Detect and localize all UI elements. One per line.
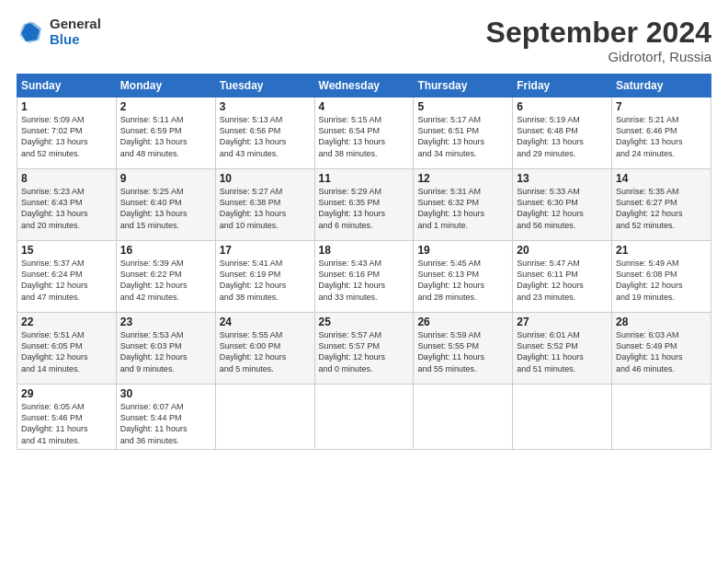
- day-number: 16: [120, 244, 211, 257]
- day-info: Sunrise: 5:09 AM Sunset: 7:02 PM Dayligh…: [21, 114, 112, 159]
- calendar-cell: 20Sunrise: 5:47 AM Sunset: 6:11 PM Dayli…: [513, 241, 612, 313]
- day-info: Sunrise: 5:37 AM Sunset: 6:24 PM Dayligh…: [21, 258, 112, 303]
- calendar-cell: 9Sunrise: 5:25 AM Sunset: 6:40 PM Daylig…: [116, 169, 215, 241]
- day-number: 30: [120, 387, 211, 400]
- day-info: Sunrise: 5:53 AM Sunset: 6:03 PM Dayligh…: [120, 329, 211, 374]
- page-header: General Blue September 2024 Gidrotorf, R…: [17, 17, 711, 64]
- day-info: Sunrise: 5:25 AM Sunset: 6:40 PM Dayligh…: [120, 186, 211, 231]
- day-info: Sunrise: 6:05 AM Sunset: 5:46 PM Dayligh…: [21, 401, 112, 446]
- weekday-header: Monday: [116, 75, 215, 98]
- calendar-cell: 6Sunrise: 5:19 AM Sunset: 6:48 PM Daylig…: [513, 98, 612, 169]
- day-info: Sunrise: 6:07 AM Sunset: 5:44 PM Dayligh…: [120, 401, 211, 446]
- day-number: 22: [21, 316, 112, 328]
- calendar-cell: 2Sunrise: 5:11 AM Sunset: 6:59 PM Daylig…: [116, 98, 215, 169]
- weekday-header: Thursday: [414, 75, 513, 98]
- calendar-cell: 27Sunrise: 6:01 AM Sunset: 5:52 PM Dayli…: [513, 313, 612, 385]
- day-info: Sunrise: 5:21 AM Sunset: 6:46 PM Dayligh…: [616, 114, 707, 159]
- day-info: Sunrise: 5:13 AM Sunset: 6:56 PM Dayligh…: [220, 114, 311, 159]
- day-number: 10: [220, 172, 311, 185]
- day-number: 9: [120, 172, 211, 185]
- day-info: Sunrise: 5:35 AM Sunset: 6:27 PM Dayligh…: [616, 186, 707, 231]
- calendar-cell: 30Sunrise: 6:07 AM Sunset: 5:44 PM Dayli…: [116, 385, 215, 450]
- day-info: Sunrise: 5:19 AM Sunset: 6:48 PM Dayligh…: [517, 114, 608, 159]
- calendar-cell: 23Sunrise: 5:53 AM Sunset: 6:03 PM Dayli…: [116, 313, 215, 385]
- day-info: Sunrise: 5:45 AM Sunset: 6:13 PM Dayligh…: [417, 258, 508, 303]
- day-number: 18: [319, 244, 410, 257]
- day-info: Sunrise: 5:23 AM Sunset: 6:43 PM Dayligh…: [21, 186, 112, 231]
- day-number: 24: [220, 316, 311, 328]
- day-info: Sunrise: 5:47 AM Sunset: 6:11 PM Dayligh…: [517, 258, 608, 303]
- calendar-cell: 12Sunrise: 5:31 AM Sunset: 6:32 PM Dayli…: [414, 169, 513, 241]
- weekday-header: Wednesday: [314, 75, 414, 98]
- calendar-cell: 5Sunrise: 5:17 AM Sunset: 6:51 PM Daylig…: [414, 98, 513, 169]
- calendar-cell: [314, 385, 414, 450]
- weekday-header: Saturday: [612, 75, 711, 98]
- day-number: 8: [21, 172, 112, 185]
- day-info: Sunrise: 5:49 AM Sunset: 6:08 PM Dayligh…: [616, 258, 707, 303]
- day-number: 29: [21, 387, 112, 400]
- calendar-subtitle: Gidrotorf, Russia: [486, 49, 711, 64]
- day-number: 19: [417, 244, 508, 257]
- calendar-cell: 13Sunrise: 5:33 AM Sunset: 6:30 PM Dayli…: [513, 169, 612, 241]
- day-info: Sunrise: 5:39 AM Sunset: 6:22 PM Dayligh…: [120, 258, 211, 303]
- calendar-cell: 16Sunrise: 5:39 AM Sunset: 6:22 PM Dayli…: [116, 241, 215, 313]
- calendar-cell: 25Sunrise: 5:57 AM Sunset: 5:57 PM Dayli…: [314, 313, 414, 385]
- calendar-cell: 1Sunrise: 5:09 AM Sunset: 7:02 PM Daylig…: [17, 98, 117, 169]
- day-info: Sunrise: 5:43 AM Sunset: 6:16 PM Dayligh…: [319, 258, 410, 303]
- day-info: Sunrise: 5:33 AM Sunset: 6:30 PM Dayligh…: [517, 186, 608, 231]
- weekday-header: Friday: [513, 75, 612, 98]
- day-number: 6: [517, 100, 608, 113]
- title-block: September 2024 Gidrotorf, Russia: [486, 17, 711, 64]
- day-number: 2: [120, 100, 211, 113]
- day-info: Sunrise: 6:01 AM Sunset: 5:52 PM Dayligh…: [517, 329, 608, 374]
- day-number: 5: [417, 100, 508, 113]
- day-info: Sunrise: 6:03 AM Sunset: 5:49 PM Dayligh…: [616, 329, 707, 374]
- day-info: Sunrise: 5:55 AM Sunset: 6:00 PM Dayligh…: [220, 329, 311, 374]
- day-number: 21: [616, 244, 707, 257]
- calendar-cell: [215, 385, 314, 450]
- calendar-header-row: SundayMondayTuesdayWednesdayThursdayFrid…: [17, 75, 711, 98]
- calendar-cell: 19Sunrise: 5:45 AM Sunset: 6:13 PM Dayli…: [414, 241, 513, 313]
- day-info: Sunrise: 5:29 AM Sunset: 6:35 PM Dayligh…: [319, 186, 410, 231]
- day-number: 7: [616, 100, 707, 113]
- calendar-table: SundayMondayTuesdayWednesdayThursdayFrid…: [17, 74, 711, 450]
- day-number: 27: [517, 316, 608, 328]
- logo-general-text: General: [50, 17, 101, 32]
- calendar-cell: 21Sunrise: 5:49 AM Sunset: 6:08 PM Dayli…: [612, 241, 711, 313]
- weekday-header: Sunday: [17, 75, 117, 98]
- calendar-cell: 26Sunrise: 5:59 AM Sunset: 5:55 PM Dayli…: [414, 313, 513, 385]
- calendar-cell: [414, 385, 513, 450]
- weekday-header: Tuesday: [215, 75, 314, 98]
- day-number: 11: [319, 172, 410, 185]
- day-number: 28: [616, 316, 707, 328]
- calendar-cell: 8Sunrise: 5:23 AM Sunset: 6:43 PM Daylig…: [17, 169, 117, 241]
- calendar-cell: 4Sunrise: 5:15 AM Sunset: 6:54 PM Daylig…: [314, 98, 414, 169]
- day-number: 20: [517, 244, 608, 257]
- day-number: 3: [220, 100, 311, 113]
- logo-icon: [17, 18, 44, 46]
- day-info: Sunrise: 5:11 AM Sunset: 6:59 PM Dayligh…: [120, 114, 211, 159]
- day-info: Sunrise: 5:17 AM Sunset: 6:51 PM Dayligh…: [417, 114, 508, 159]
- day-number: 4: [319, 100, 410, 113]
- calendar-cell: 3Sunrise: 5:13 AM Sunset: 6:56 PM Daylig…: [215, 98, 314, 169]
- day-info: Sunrise: 5:51 AM Sunset: 6:05 PM Dayligh…: [21, 329, 112, 374]
- calendar-cell: 28Sunrise: 6:03 AM Sunset: 5:49 PM Dayli…: [612, 313, 711, 385]
- day-number: 13: [517, 172, 608, 185]
- day-number: 23: [120, 316, 211, 328]
- calendar-title: September 2024: [486, 17, 711, 49]
- calendar-cell: 15Sunrise: 5:37 AM Sunset: 6:24 PM Dayli…: [17, 241, 117, 313]
- day-info: Sunrise: 5:15 AM Sunset: 6:54 PM Dayligh…: [319, 114, 410, 159]
- day-info: Sunrise: 5:57 AM Sunset: 5:57 PM Dayligh…: [319, 329, 410, 374]
- day-number: 26: [417, 316, 508, 328]
- day-info: Sunrise: 5:27 AM Sunset: 6:38 PM Dayligh…: [220, 186, 311, 231]
- logo-blue-text: Blue: [50, 32, 101, 48]
- calendar-cell: 18Sunrise: 5:43 AM Sunset: 6:16 PM Dayli…: [314, 241, 414, 313]
- logo: General Blue: [17, 17, 101, 47]
- calendar-cell: 14Sunrise: 5:35 AM Sunset: 6:27 PM Dayli…: [612, 169, 711, 241]
- calendar-cell: 7Sunrise: 5:21 AM Sunset: 6:46 PM Daylig…: [612, 98, 711, 169]
- calendar-cell: [513, 385, 612, 450]
- calendar-cell: 11Sunrise: 5:29 AM Sunset: 6:35 PM Dayli…: [314, 169, 414, 241]
- day-number: 15: [21, 244, 112, 257]
- day-info: Sunrise: 5:59 AM Sunset: 5:55 PM Dayligh…: [417, 329, 508, 374]
- calendar-cell: [612, 385, 711, 450]
